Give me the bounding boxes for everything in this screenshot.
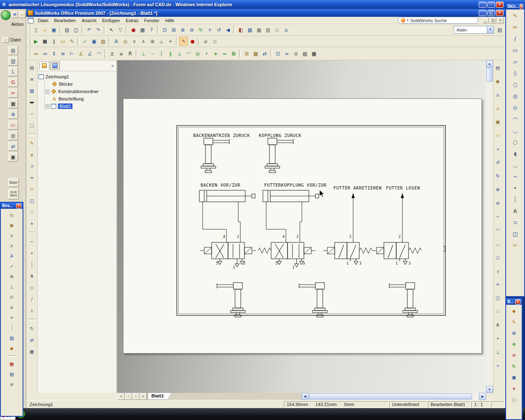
sync-icon[interactable]: ⇄ bbox=[8, 142, 18, 151]
surface-finish-symbol[interactable]: ∨ bbox=[8, 231, 16, 240]
explode-block[interactable]: ∗ bbox=[510, 384, 518, 393]
view-orientation[interactable]: ⌂ bbox=[282, 25, 290, 34]
view-palette[interactable]: ▤ bbox=[494, 64, 502, 72]
new-document[interactable]: ▯ bbox=[32, 25, 40, 34]
rotate-cw[interactable]: ↻ bbox=[494, 172, 502, 180]
ie-titlebar[interactable]: automatischer Lösungsmodus (SolidWorks/S… bbox=[0, 0, 525, 9]
elm-info-button[interactable]: ELM INFO bbox=[8, 189, 19, 199]
select-cursor[interactable]: ↖ bbox=[107, 25, 116, 34]
scene-tool[interactable]: ⌂ bbox=[494, 91, 502, 99]
next-sheet-button[interactable]: › bbox=[132, 393, 139, 400]
zoom-out-tool[interactable]: ⊖ bbox=[494, 199, 502, 207]
datum-target[interactable]: ⊙ bbox=[8, 293, 16, 301]
centerpoint-arc-tool[interactable]: ⊙ bbox=[511, 103, 519, 112]
toolbar-grip[interactable] bbox=[29, 37, 30, 46]
menu-einfuegen[interactable]: Einfügen bbox=[99, 17, 123, 24]
wireframe-view[interactable]: ▦ bbox=[255, 25, 263, 34]
sw-restore-button[interactable]: ◱ bbox=[487, 10, 495, 16]
tangent-relation[interactable]: ◠ bbox=[184, 49, 193, 58]
selection-filter[interactable]: ▽ bbox=[116, 25, 125, 34]
cut-icon[interactable]: ✂ bbox=[8, 89, 18, 98]
three-point-arc-tool[interactable]: ◡ bbox=[511, 126, 519, 135]
ie-maximize-button[interactable]: □ bbox=[487, 2, 495, 8]
parabola-tool[interactable]: ◡ bbox=[511, 161, 519, 169]
datum-target-tool[interactable]: ⊙ bbox=[292, 49, 300, 58]
pan[interactable]: + bbox=[205, 25, 214, 34]
angular-dimension[interactable]: ∠ bbox=[86, 49, 94, 58]
columns-icon[interactable]: ▥ bbox=[8, 57, 18, 66]
remove-entities[interactable]: ⊖ bbox=[510, 351, 518, 359]
expander-icon[interactable]: + bbox=[46, 90, 49, 94]
belt-chain[interactable]: ○ bbox=[510, 395, 518, 404]
zoom-area[interactable]: ⊞ bbox=[169, 25, 178, 34]
horizontal-dimension[interactable]: ↔ bbox=[41, 49, 49, 58]
offset-tool[interactable]: ≈ bbox=[494, 280, 502, 288]
ellipse-tool[interactable]: ○ bbox=[494, 253, 502, 261]
geometric-tolerance[interactable]: ⊕ bbox=[8, 272, 16, 281]
rotate-ccw[interactable]: ↺ bbox=[494, 158, 502, 167]
axis-tool[interactable]: ∕ bbox=[28, 295, 36, 303]
trim-entities[interactable]: ✂ bbox=[28, 185, 36, 193]
offset-entities[interactable]: ≈ bbox=[28, 173, 36, 182]
trim-tool[interactable]: ✂ bbox=[511, 241, 519, 249]
sw-titlebar[interactable]: SolidWorks Office Premium 2007 - [Zeichn… bbox=[26, 9, 505, 17]
radius-dimension[interactable]: R bbox=[126, 49, 135, 58]
vertical-scrollbar[interactable]: ▲ ▼ bbox=[486, 60, 493, 393]
file-explorer[interactable]: ▱ bbox=[494, 131, 502, 139]
scroll-left-button[interactable]: ◀ bbox=[301, 393, 308, 400]
move-entities[interactable]: + bbox=[28, 219, 36, 228]
center-mark[interactable]: + bbox=[8, 313, 16, 322]
hidden-lines-view[interactable]: ▨ bbox=[264, 25, 272, 34]
perimeter-circle-tool[interactable]: ◎ bbox=[511, 92, 519, 100]
run-macro[interactable]: ▶ bbox=[32, 37, 40, 46]
b-palette-titlebar[interactable]: B... × bbox=[506, 299, 522, 305]
doc-close-button[interactable]: × bbox=[497, 18, 504, 23]
annotation-link[interactable]: ∞ bbox=[283, 49, 291, 58]
horizontal-scroll-thumb[interactable] bbox=[309, 393, 472, 399]
smart-dimension[interactable]: ↔ bbox=[32, 49, 40, 58]
mirror-tool[interactable]: ◫ bbox=[494, 294, 502, 302]
menu-bearbeiten[interactable]: Bearbeiten bbox=[51, 17, 79, 24]
pattern-tool[interactable]: ∷ bbox=[494, 307, 502, 315]
notes-icon[interactable]: ▤ bbox=[8, 46, 18, 55]
save-block[interactable]: ▣ bbox=[510, 373, 518, 381]
format-painter[interactable]: ▨ bbox=[99, 37, 107, 46]
design-check[interactable]: ▣ bbox=[90, 37, 98, 46]
expand-pane[interactable]: » bbox=[494, 361, 502, 370]
align-dimensions[interactable]: ⇄ bbox=[260, 49, 269, 58]
plane-tool[interactable]: ◇ bbox=[28, 283, 36, 292]
sheet-properties[interactable]: ▤ bbox=[495, 25, 504, 34]
pause-macro[interactable]: ∥ bbox=[50, 37, 58, 46]
midpoint-relation[interactable]: • bbox=[202, 49, 211, 58]
menu-ansicht[interactable]: Ansicht bbox=[79, 17, 99, 24]
tolerance-dimension[interactable]: ± bbox=[108, 49, 116, 58]
scroll-right-button[interactable]: ▶ bbox=[479, 393, 486, 400]
line-color[interactable]: ▨ bbox=[28, 87, 36, 95]
coincident-relation[interactable]: ∗ bbox=[211, 49, 220, 58]
expander-icon[interactable]: + bbox=[46, 105, 49, 108]
zoom-in-tool[interactable]: ⊕ bbox=[494, 185, 502, 194]
hole-table[interactable]: ▤ bbox=[301, 49, 309, 58]
design-library[interactable]: ▣ bbox=[494, 118, 502, 126]
mirror-entities[interactable]: ◫ bbox=[28, 196, 36, 205]
rotate-view[interactable]: ↺ bbox=[215, 25, 223, 34]
featuremanager-tab[interactable] bbox=[39, 62, 49, 70]
tree-item-blatt1[interactable]: + Blatt1 bbox=[46, 103, 116, 110]
bes-palette-close-icon[interactable]: × bbox=[16, 203, 21, 208]
line-tool[interactable]: ∕ bbox=[511, 34, 519, 43]
concentric-relation[interactable]: ◎ bbox=[193, 49, 202, 58]
add-entities[interactable]: ⊕ bbox=[510, 340, 518, 348]
color-swatch[interactable]: ▦ bbox=[8, 360, 16, 368]
propertymanager-tab[interactable] bbox=[50, 62, 60, 70]
model-items[interactable]: ⊡ bbox=[274, 49, 282, 58]
last-sheet-button[interactable]: » bbox=[139, 393, 147, 400]
monitor-icon[interactable]: ▣ bbox=[8, 153, 18, 162]
shaded-view[interactable]: ▩ bbox=[246, 25, 254, 34]
graphics-viewport[interactable]: BACKENANTRIEB ZURUCK KOPPLUNG ZURUCK BAC… bbox=[117, 60, 486, 393]
insert-block[interactable]: ⊞ bbox=[510, 329, 518, 337]
zoom-fit[interactable]: ⊡ bbox=[160, 25, 169, 34]
line-style-combobox[interactable]: -Kein- ▼ bbox=[454, 26, 494, 34]
diameter-dimension[interactable]: ⌀ bbox=[117, 49, 126, 58]
centerline-tool[interactable]: ┊ bbox=[511, 195, 519, 203]
revision-symbol-tool[interactable]: ◇ bbox=[210, 37, 219, 46]
